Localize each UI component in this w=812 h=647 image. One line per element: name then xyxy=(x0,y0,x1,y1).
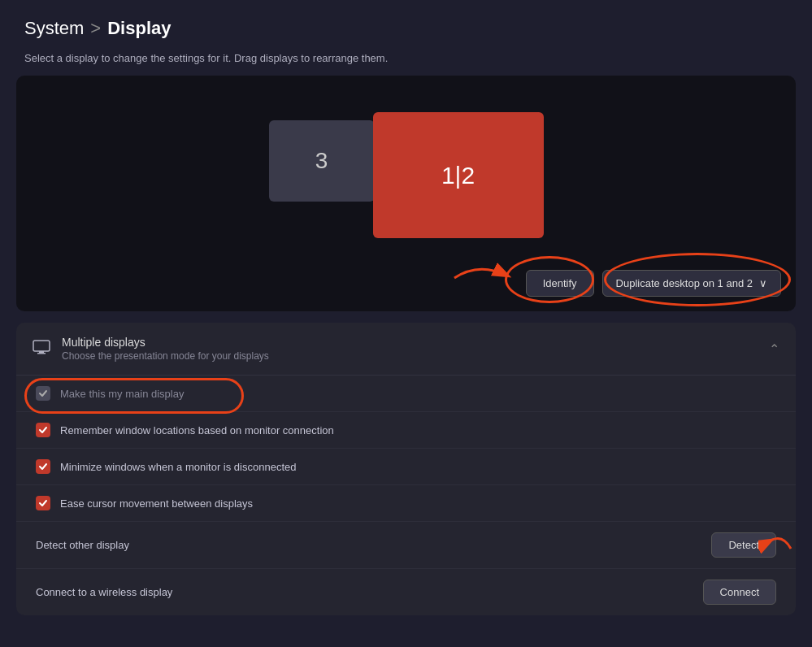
make-main-display-inner: Make this my main display xyxy=(36,386,184,401)
identify-button[interactable]: Identify xyxy=(526,270,594,297)
connect-wireless-label: Connect to a wireless display xyxy=(36,586,172,598)
remember-windows-row: Remember window locations based on monit… xyxy=(16,412,796,449)
monitors-container: 3 1|2 xyxy=(33,92,779,263)
monitor-icon xyxy=(33,340,50,358)
minimize-windows-checkbox[interactable] xyxy=(36,459,50,474)
minimize-windows-row: Minimize windows when a monitor is disco… xyxy=(16,449,796,485)
display-area: 3 1|2 Identify Duplicate desktop on 1 an… xyxy=(16,76,796,311)
page-title: Display xyxy=(107,18,171,39)
make-main-checkbox[interactable] xyxy=(36,386,50,401)
dropdown-arrow-icon: ∨ xyxy=(759,277,767,289)
ease-cursor-checkbox[interactable] xyxy=(36,496,50,510)
section-title: Multiple displays xyxy=(62,336,269,349)
page-header: System > Display xyxy=(0,0,812,52)
detect-display-row: Detect other display Detect xyxy=(16,522,796,569)
minimize-windows-label: Minimize windows when a monitor is disco… xyxy=(60,461,296,473)
duplicate-button[interactable]: Duplicate desktop on 1 and 2 ∨ xyxy=(602,270,781,297)
display-actions: Identify Duplicate desktop on 1 and 2 ∨ xyxy=(526,270,781,297)
connect-wireless-row: Connect to a wireless display Connect xyxy=(16,569,796,615)
connect-button[interactable]: Connect xyxy=(703,580,776,605)
make-main-display-row: Make this my main display xyxy=(16,376,796,412)
monitor-3[interactable]: 3 xyxy=(269,120,375,202)
svg-rect-0 xyxy=(33,341,50,351)
system-label[interactable]: System xyxy=(24,18,84,39)
svg-rect-1 xyxy=(39,351,44,353)
remember-windows-checkbox[interactable] xyxy=(36,423,50,437)
identify-arrow-svg xyxy=(446,258,519,290)
section-chevron-icon[interactable]: ⌃ xyxy=(769,341,779,357)
ease-cursor-row: Ease cursor movement between displays xyxy=(16,485,796,522)
breadcrumb-separator: > xyxy=(90,18,101,39)
multiple-displays-section: Multiple displays Choose the presentatio… xyxy=(16,323,796,615)
svg-rect-2 xyxy=(37,353,46,354)
make-main-label: Make this my main display xyxy=(60,388,184,400)
monitor-12[interactable]: 1|2 xyxy=(373,112,544,238)
section-description: Choose the presentation mode for your di… xyxy=(62,350,269,362)
page-subtitle: Select a display to change the settings … xyxy=(0,52,812,76)
detect-button[interactable]: Detect xyxy=(711,532,776,558)
ease-cursor-label: Ease cursor movement between displays xyxy=(60,497,253,510)
section-header: Multiple displays Choose the presentatio… xyxy=(16,323,796,376)
duplicate-label: Duplicate desktop on 1 and 2 xyxy=(616,277,753,289)
remember-windows-label: Remember window locations based on monit… xyxy=(60,424,334,436)
detect-display-label: Detect other display xyxy=(36,539,129,551)
